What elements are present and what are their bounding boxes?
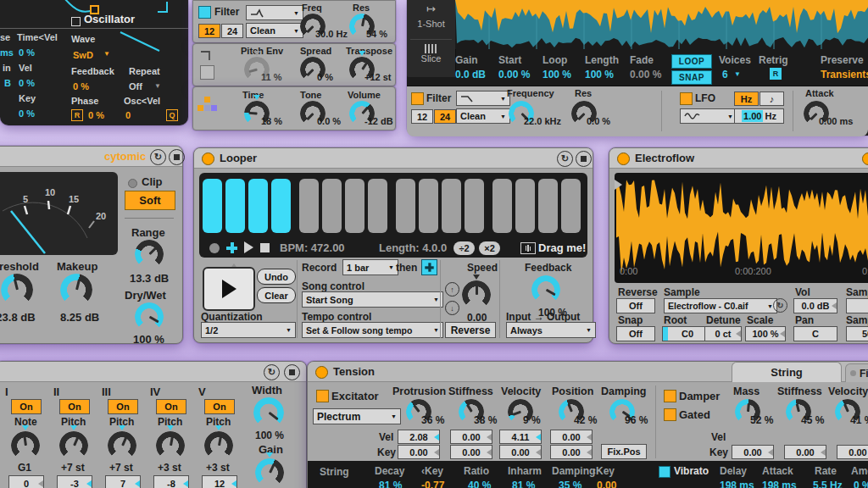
lfo-sync-button[interactable]: ♪	[760, 92, 784, 106]
wave-chevron-icon[interactable]: ▼	[103, 50, 110, 58]
voice-knob[interactable]	[204, 431, 233, 460]
speed-up-button[interactable]: ↑	[445, 282, 459, 297]
soft-clip-button[interactable]: Soft	[125, 191, 175, 210]
repeat-select[interactable]: Off	[129, 81, 142, 92]
rate-value[interactable]: 5.5 Hz	[813, 480, 843, 488]
key-box[interactable]: 0.00	[550, 445, 593, 459]
lfo-checkbox[interactable]	[680, 92, 693, 105]
string-key-box[interactable]: 0.00	[784, 445, 826, 459]
key-value[interactable]: -0.77	[421, 480, 444, 488]
voice-on-button[interactable]: On	[156, 399, 186, 414]
length-readout[interactable]: Length: 4.0.0	[379, 241, 447, 254]
excitator-checkbox[interactable]	[316, 390, 329, 402]
decay-value[interactable]: 81 %	[379, 480, 402, 488]
quantization-dropdown[interactable]: 1/2	[201, 322, 296, 338]
hot-swap-icon[interactable]: ↻	[150, 149, 166, 165]
slice-mode-button[interactable]: Slice	[407, 41, 455, 77]
song-control-dropdown[interactable]: Start Song	[302, 291, 443, 308]
snap-button[interactable]: Off	[616, 326, 655, 341]
feedback-value[interactable]: 0 %	[73, 81, 89, 92]
hot-swap-icon[interactable]: ↻	[773, 298, 787, 313]
loop-value[interactable]: 100 %	[542, 69, 571, 80]
stop-icon[interactable]	[260, 243, 270, 252]
pan-box[interactable]: C	[793, 326, 837, 341]
save-preset-icon[interactable]	[284, 364, 300, 380]
voice-box[interactable]: 7	[105, 475, 141, 488]
record-icon[interactable]	[209, 243, 220, 253]
loop-block[interactable]	[561, 179, 581, 233]
hot-swap-icon[interactable]: ↻	[557, 151, 573, 167]
then-overdub-button[interactable]	[421, 259, 437, 275]
preserve-value[interactable]: Transients	[821, 69, 868, 80]
voice-box[interactable]: -3	[57, 475, 92, 488]
delay-value[interactable]: 198 ms	[720, 480, 754, 488]
voice-knob[interactable]	[11, 431, 40, 460]
drywet-knob[interactable]	[135, 302, 164, 331]
key-box[interactable]: 0.00	[450, 445, 492, 459]
timevel-value[interactable]: 0 %	[19, 47, 35, 58]
string-key-box[interactable]: 0.00	[837, 445, 868, 459]
detune-box[interactable]: 0 ct	[704, 326, 742, 341]
voices-chevron-icon[interactable]: ▼	[734, 70, 741, 78]
repeat-chevron-icon[interactable]: ▼	[154, 82, 161, 90]
loop-block[interactable]	[465, 179, 484, 233]
loop-block[interactable]	[225, 179, 245, 233]
width-knob[interactable]	[253, 397, 284, 428]
filter-type-dropdown[interactable]	[246, 5, 303, 20]
range-knob[interactable]	[135, 240, 164, 269]
loop-block[interactable]	[203, 179, 222, 233]
damping-value[interactable]: 35 %	[559, 480, 581, 488]
reverse-button[interactable]: Reverse	[445, 322, 496, 338]
scale-box[interactable]: 100 %	[745, 326, 786, 341]
record-length-dropdown[interactable]: 1 bar	[342, 259, 398, 275]
excitator-type-dropdown[interactable]: Plectrum	[313, 408, 401, 424]
voice-on-button[interactable]: On	[11, 399, 42, 414]
length-value[interactable]: 100 %	[585, 69, 614, 80]
drag-clip-icon[interactable]	[520, 242, 536, 254]
snap-toggle-button[interactable]: SNAP	[671, 70, 712, 85]
voice-knob[interactable]	[59, 431, 88, 460]
phase-retrig-badge[interactable]: R	[71, 109, 83, 121]
sample1-box[interactable]	[846, 298, 868, 313]
speed-knob[interactable]	[462, 280, 491, 309]
voice-knob[interactable]	[156, 431, 185, 460]
loop-block[interactable]	[271, 179, 291, 233]
ratio-value[interactable]: 40 %	[468, 480, 491, 488]
voice-on-button[interactable]: On	[108, 399, 138, 414]
filter-checkbox[interactable]	[411, 92, 424, 105]
undo-button[interactable]: Undo	[257, 269, 296, 285]
amount-value[interactable]: 0 %	[854, 480, 868, 488]
tempo-control-dropdown[interactable]: Set & Follow song tempo	[302, 322, 443, 338]
loop-toggle-button[interactable]: LOOP	[671, 54, 712, 69]
sample-waveform[interactable]	[455, 0, 868, 49]
slope-24-button[interactable]: 24	[221, 24, 243, 38]
voices-select[interactable]: 6	[722, 69, 728, 80]
vel-box[interactable]: 4.11	[499, 430, 542, 444]
vol-box[interactable]: 0.0 dB	[793, 298, 837, 313]
loop-block[interactable]	[248, 179, 268, 233]
pitch-mode-button[interactable]	[200, 65, 214, 80]
start-value[interactable]: 0.00 %	[498, 69, 530, 80]
loop-block[interactable]	[442, 179, 461, 233]
drag-me-label[interactable]: Drag me!	[538, 241, 586, 254]
save-preset-icon[interactable]	[576, 151, 592, 167]
slope-12-button[interactable]: 12	[198, 24, 220, 38]
loop-block[interactable]	[322, 179, 342, 233]
phase-value[interactable]: 0 %	[88, 110, 104, 120]
device-on-led[interactable]	[202, 152, 214, 165]
voice-box[interactable]: -8	[153, 475, 189, 488]
feedback-knob[interactable]	[531, 275, 560, 304]
fixpos-button[interactable]: Fix.Pos	[601, 444, 647, 459]
loop-block[interactable]	[515, 179, 535, 233]
loop-block[interactable]	[538, 179, 558, 233]
loop-block[interactable]	[368, 179, 387, 233]
vel-box[interactable]: 0.00	[450, 430, 492, 444]
string-key-box[interactable]: 0.00	[732, 445, 774, 459]
clear-button[interactable]: Clear	[257, 287, 296, 303]
vel-box[interactable]: 0.00	[550, 430, 593, 444]
lfo-rate-box[interactable]: 1.00Hz	[734, 108, 784, 124]
loop-block[interactable]	[396, 179, 415, 233]
slope-24-button[interactable]: 24	[434, 109, 456, 124]
attack-value[interactable]: 198 ms	[762, 480, 797, 488]
start-marker-icon[interactable]	[615, 180, 627, 190]
